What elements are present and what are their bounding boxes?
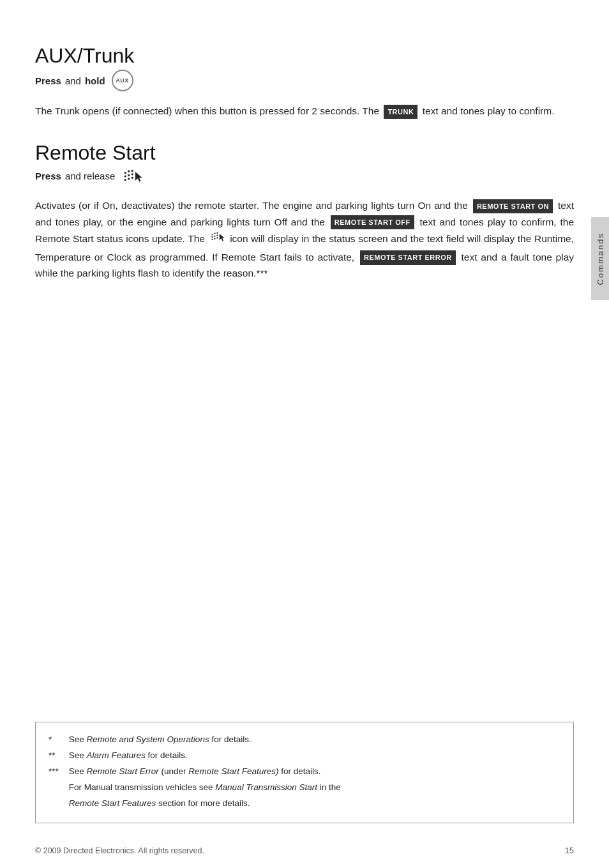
svg-marker-19 xyxy=(219,234,224,241)
svg-point-6 xyxy=(124,179,126,181)
svg-point-1 xyxy=(128,171,130,172)
svg-point-11 xyxy=(214,232,215,234)
footnote-2: ** See Alarm Features for details. xyxy=(49,749,560,763)
remote-start-error-badge: REMOTE START ERROR xyxy=(360,250,456,264)
fn1-italic: Remote and System Operations xyxy=(87,735,209,744)
aux-button-icon: AUX xyxy=(112,70,133,91)
fn3-text-post: for details. xyxy=(278,766,320,776)
fn4-italic1: Manual Transmission Start xyxy=(215,782,317,792)
fn1-text-post: for details. xyxy=(209,735,252,744)
footnote-3: *** See Remote Start Error (under Remote… xyxy=(49,765,560,779)
aux-button-label: AUX xyxy=(116,77,129,84)
fn1-star: * xyxy=(49,733,66,747)
aux-and-label: and xyxy=(65,75,81,86)
aux-body-text: The Trunk opens (if connected) when this… xyxy=(35,103,574,119)
footnote-4: For Manual transmission vehicles see Man… xyxy=(49,780,560,795)
page-number: 15 xyxy=(565,846,574,855)
svg-point-17 xyxy=(214,238,215,240)
copyright-text: © 2009 Directed Electronics. All rights … xyxy=(35,846,204,855)
aux-body-part2: text and tones play to confirm. xyxy=(423,105,555,116)
aux-body-part1: The Trunk opens (if connected) when this… xyxy=(35,105,379,116)
svg-point-18 xyxy=(216,238,218,239)
remote-start-on-badge: REMOTE START ON xyxy=(473,199,553,213)
fn5-italic: Remote Start Features xyxy=(69,798,156,808)
svg-point-4 xyxy=(128,174,130,176)
remote-release-label: and release xyxy=(65,171,115,181)
fn4-star xyxy=(49,780,66,795)
page-footer: © 2009 Directed Electronics. All rights … xyxy=(35,846,574,855)
svg-point-12 xyxy=(216,232,218,234)
svg-point-15 xyxy=(216,235,218,236)
fn5-text: section for more details. xyxy=(156,798,250,808)
svg-point-5 xyxy=(132,173,133,175)
remote-press-label: Press xyxy=(35,171,61,181)
fn4-text-mid: in the xyxy=(317,782,341,792)
remote-title: Remote Start xyxy=(35,142,574,164)
fn3-italic1: Remote Start Error xyxy=(87,766,159,776)
trunk-badge: TRUNK xyxy=(384,105,417,119)
remote-start-off-badge: REMOTE START OFF xyxy=(331,215,414,229)
page: Commands AUX/Trunk Press and hold AUX Th… xyxy=(0,0,609,868)
svg-point-14 xyxy=(214,236,215,237)
aux-title: AUX/Trunk xyxy=(35,45,574,67)
remote-start-button-icon xyxy=(121,167,144,186)
svg-point-7 xyxy=(128,178,130,179)
side-tab: Commands xyxy=(591,217,609,300)
svg-point-16 xyxy=(211,239,213,240)
fn4-text-pre: For Manual transmission vehicles see xyxy=(69,782,216,792)
fn2-text-post: for details. xyxy=(146,750,188,760)
footnote-1: * See Remote and System Operations for d… xyxy=(49,733,560,747)
remote-start-section: Remote Start Press and release xyxy=(35,142,574,282)
fn3-text-pre: See xyxy=(69,766,87,776)
svg-point-10 xyxy=(211,234,213,235)
fn2-italic: Alarm Features xyxy=(87,750,146,760)
svg-point-0 xyxy=(124,172,126,174)
remote-body-text: Activates (or if On, deactivates) the re… xyxy=(35,197,574,282)
footnote-5: Remote Start Features section for more d… xyxy=(49,796,560,811)
svg-point-3 xyxy=(124,175,126,177)
svg-point-13 xyxy=(211,236,213,238)
svg-point-2 xyxy=(132,170,133,172)
aux-press-label: Press xyxy=(35,75,61,86)
svg-marker-9 xyxy=(135,172,142,182)
fn2-text-pre: See xyxy=(69,750,87,760)
aux-trunk-section: AUX/Trunk Press and hold AUX The Trunk o… xyxy=(35,45,574,119)
aux-hold-label: hold xyxy=(85,75,105,86)
side-tab-label: Commands xyxy=(596,232,605,285)
remote-press-line: Press and release xyxy=(35,167,574,186)
remote-inline-icon xyxy=(209,230,226,249)
fn3-italic2: Remote Start Features) xyxy=(188,766,278,776)
fn3-text-mid: (under xyxy=(159,766,189,776)
fn2-star: ** xyxy=(49,749,66,763)
footnote-box: * See Remote and System Operations for d… xyxy=(35,722,574,823)
fn5-star xyxy=(49,796,66,811)
svg-point-8 xyxy=(132,177,133,179)
fn3-star: *** xyxy=(49,765,66,779)
fn1-text-pre: See xyxy=(69,735,87,744)
aux-press-line: Press and hold AUX xyxy=(35,70,574,91)
